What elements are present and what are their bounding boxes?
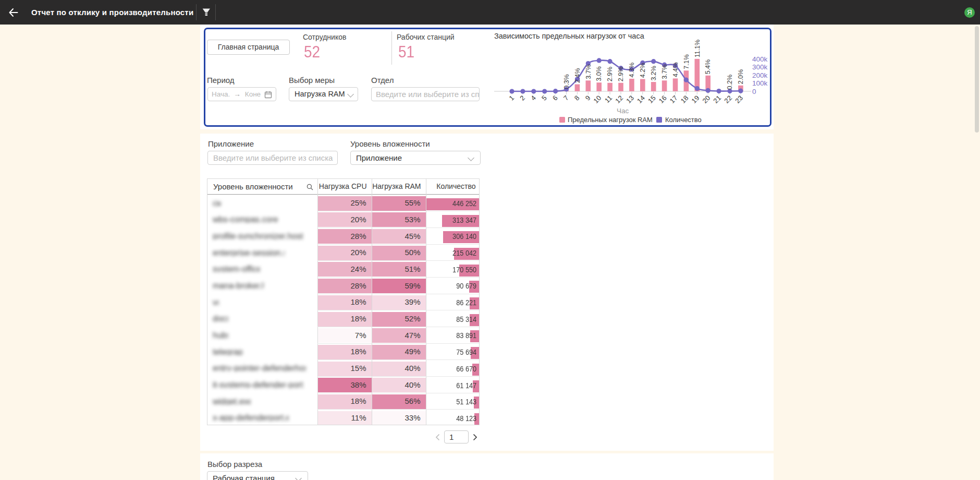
svg-text:200k: 200k xyxy=(752,71,768,79)
svg-text:19: 19 xyxy=(690,94,701,105)
svg-text:4: 4 xyxy=(529,94,537,102)
svg-text:23: 23 xyxy=(733,94,744,105)
svg-text:2.9%: 2.9% xyxy=(617,67,624,82)
svg-text:13: 13 xyxy=(624,94,635,105)
svg-text:10: 10 xyxy=(592,94,603,105)
svg-text:4.2%: 4.2% xyxy=(639,63,646,78)
svg-text:6: 6 xyxy=(551,94,559,102)
svg-text:100k: 100k xyxy=(752,79,768,87)
svg-text:11.1%: 11.1% xyxy=(694,40,701,58)
svg-text:2: 2 xyxy=(518,94,526,102)
svg-text:Количество: Количество xyxy=(665,116,702,124)
svg-text:9: 9 xyxy=(584,94,592,102)
svg-text:12: 12 xyxy=(614,94,624,105)
svg-text:3.2%: 3.2% xyxy=(650,66,657,81)
svg-text:1: 1 xyxy=(507,94,516,102)
svg-text:16: 16 xyxy=(657,94,668,105)
svg-text:0.3%: 0.3% xyxy=(563,74,570,89)
svg-text:15: 15 xyxy=(646,94,657,105)
svg-text:14: 14 xyxy=(635,94,646,105)
svg-text:Час: Час xyxy=(617,107,629,115)
svg-text:7: 7 xyxy=(562,94,570,102)
svg-text:17: 17 xyxy=(668,94,679,105)
svg-text:Предельных нагрузок RAM: Предельных нагрузок RAM xyxy=(568,116,653,124)
svg-text:21: 21 xyxy=(712,94,722,105)
svg-text:11: 11 xyxy=(603,94,614,104)
svg-text:3.7%: 3.7% xyxy=(585,64,592,79)
svg-text:2.0%: 2.0% xyxy=(737,69,744,85)
svg-text:400k: 400k xyxy=(752,55,768,63)
svg-text:3.0%: 3.0% xyxy=(595,66,603,81)
svg-text:0.2%: 0.2% xyxy=(726,75,733,90)
svg-text:7.1%: 7.1% xyxy=(683,54,690,69)
svg-text:2.9%: 2.9% xyxy=(606,67,614,82)
svg-text:22: 22 xyxy=(722,94,733,105)
svg-text:3.7%: 3.7% xyxy=(661,64,668,79)
svg-text:2.4%: 2.4% xyxy=(574,68,581,83)
svg-text:5: 5 xyxy=(540,94,548,102)
svg-text:5.4%: 5.4% xyxy=(704,59,712,75)
svg-text:8: 8 xyxy=(573,94,581,102)
svg-text:4.4%: 4.4% xyxy=(672,62,679,77)
svg-text:0: 0 xyxy=(752,88,756,95)
svg-text:18: 18 xyxy=(679,94,690,105)
svg-text:4.3%: 4.3% xyxy=(628,63,635,78)
svg-text:300k: 300k xyxy=(752,63,768,71)
svg-text:20: 20 xyxy=(701,94,712,105)
